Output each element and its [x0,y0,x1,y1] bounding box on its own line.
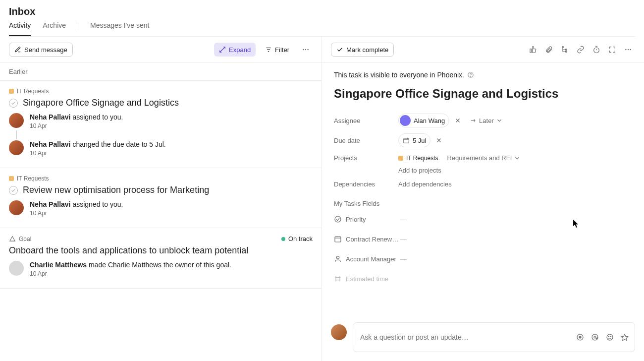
svg-point-3 [303,49,304,50]
right-more-button[interactable] [621,43,635,57]
app-root: Inbox Activity Archive Messages I've sen… [0,0,644,361]
filter-button[interactable]: Filter [260,43,295,57]
right-pane: Mark complete [322,37,644,361]
field-label: Projects [334,154,398,162]
page-title: Inbox [9,6,635,17]
event-action: assigned to you. [71,200,123,208]
mention-icon[interactable] [591,333,599,341]
tab-archive[interactable]: Archive [43,21,66,36]
right-toolbar: Mark complete [322,37,644,63]
field-label: Contract Renew… [346,236,400,243]
avatar [9,200,24,215]
event-ts: 10 Apr [30,210,123,217]
card-title: Onboard the tools and applications to un… [9,245,248,256]
project-chip[interactable]: IT Requests [398,155,438,162]
section-earlier: Earlier [0,63,322,81]
avatar [9,140,24,155]
project-chip[interactable]: IT Requests [9,88,49,95]
field-contract-renew[interactable]: Contract Renew… — [334,229,632,249]
inbox-card[interactable]: Goal On track Onboard the tools and appl… [0,228,322,289]
field-priority[interactable]: Priority — [334,209,632,229]
chevron-down-icon [496,117,503,124]
more-icon [624,46,632,54]
help-icon[interactable] [467,71,474,78]
subtask-icon [561,46,569,54]
assignee-name: Alan Wang [414,117,445,124]
svg-point-5 [307,49,308,50]
close-icon [454,117,461,124]
project-color-icon [9,89,14,94]
activity-text: Charlie Matthews made Charlie Matthews t… [30,261,231,277]
attach-button[interactable] [542,43,556,57]
clear-assignee-button[interactable] [453,116,462,125]
svg-point-11 [628,49,629,50]
due-date-chip[interactable]: 5 Jul [398,133,430,147]
star-icon[interactable] [621,333,629,341]
emoji-icon[interactable] [606,333,614,341]
card-title: Singapore Office Signage and Logistics [23,98,179,108]
app-header: Inbox Activity Archive Messages I've sen… [0,0,644,37]
avatar [9,113,24,128]
activity-row: Neha Pallavi assigned to you. 10 Apr [9,113,313,129]
project-chip[interactable]: IT Requests [9,175,49,182]
project-section-dropdown[interactable]: Requirements and RFI [447,154,521,162]
event-ts: 10 Apr [30,122,123,129]
event-action: assigned to you. [71,113,123,121]
field-label: Dependencies [334,180,398,188]
tab-activity[interactable]: Activity [9,21,31,36]
event-who: Neha Pallavi [30,200,71,208]
tab-bar: Activity Archive Messages I've sent [9,21,635,37]
thumbs-up-icon [529,46,537,54]
left-more-button[interactable] [299,43,313,57]
task-title[interactable]: Singapore Office Signage and Logistics [334,87,632,101]
inbox-card[interactable]: IT Requests Review new optimisation proc… [0,168,322,228]
empty-value: — [400,255,407,263]
stopwatch-icon [592,46,600,54]
timer-button[interactable] [590,43,603,57]
tab-messages-sent[interactable]: Messages I've sent [90,21,149,36]
project-section-label: Requirements and RFI [447,154,512,162]
due-date-value: 5 Jul [413,137,426,144]
link-icon [577,46,585,54]
like-button[interactable] [526,43,540,57]
mark-complete-button[interactable]: Mark complete [331,43,394,57]
assignee-chip[interactable]: Alan Wang [398,114,449,127]
filter-icon [265,46,272,53]
svg-point-8 [565,51,567,53]
record-icon[interactable] [576,333,584,341]
field-account-manager[interactable]: Account Manager — [334,249,632,269]
send-message-button[interactable]: Send message [9,43,73,57]
inbox-card[interactable]: IT Requests Singapore Office Signage and… [0,81,322,168]
subtask-button[interactable] [558,43,572,57]
copy-link-button[interactable] [574,43,588,57]
split-pane: Send message Expand Filter [0,37,644,361]
field-label: Account Manager [346,255,400,263]
activity-row: Neha Pallavi changed the due date to 5 J… [9,140,313,157]
comment-composer[interactable] [353,322,635,352]
field-estimated-time[interactable]: Estimated time [334,269,632,289]
clear-due-button[interactable] [434,136,443,145]
compose-icon [14,46,21,53]
field-label: Priority [346,216,400,223]
field-label: Estimated time [346,275,400,283]
add-to-projects-button[interactable]: Add to projects [398,167,521,174]
add-dependencies-button[interactable]: Add dependencies [398,180,452,188]
svg-marker-30 [621,334,628,341]
comment-input[interactable] [359,333,576,342]
card-title: Review new optimisation process for Mark… [23,185,209,195]
project-color-icon [9,176,14,181]
send-message-label: Send message [24,46,67,54]
inbox-list[interactable]: Earlier IT Requests Singapore Office Sig [0,63,322,361]
activity-row: Charlie Matthews made Charlie Matthews t… [9,261,313,277]
composer-icons [576,333,629,341]
fullscreen-button[interactable] [605,43,619,57]
svg-point-7 [565,49,567,51]
event-ts: 10 Apr [30,150,166,157]
event-ts: 10 Apr [30,270,231,277]
check-circle-icon[interactable] [9,186,18,195]
later-label: Later [479,117,494,124]
expand-button[interactable]: Expand [214,43,256,57]
check-circle-icon[interactable] [9,99,18,108]
later-dropdown[interactable]: Later [470,117,503,124]
goal-icon [9,236,16,242]
